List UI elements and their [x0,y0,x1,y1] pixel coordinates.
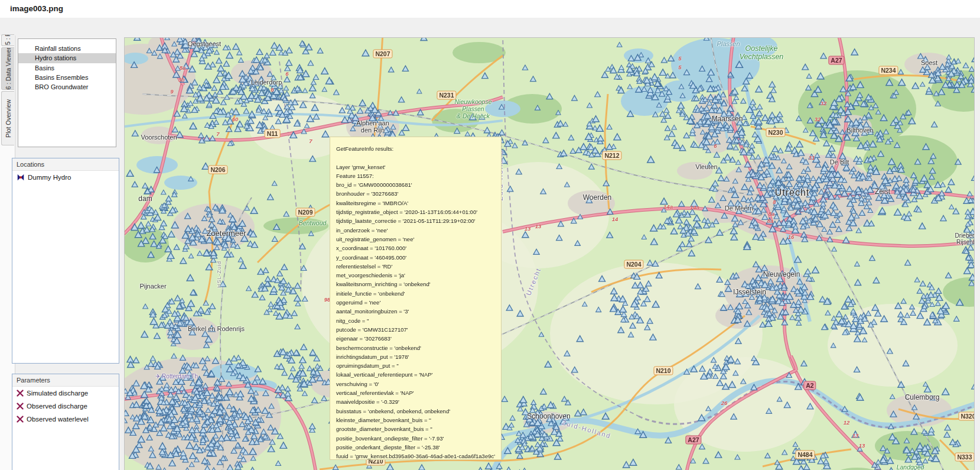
tooltip-line: opgeruimd = 'nee' [336,298,501,307]
tooltip-line: bro_id = 'GMW000000038681' [336,180,501,189]
tooltip-line: opruimingsdatum_put = '' [336,361,501,370]
exit-number: 60 [232,116,239,122]
parameters-header: Parameters [12,374,119,387]
exit-number: 9 [170,88,173,95]
exit-number: 8a [180,64,186,71]
tooltip-line: GetFeatureInfo results: [336,144,501,153]
parameters-panel: Parameters Simulated dischargeObserved d… [12,374,119,470]
station-group-item-rainfall-stations[interactable]: Rainfall stations [18,44,116,53]
location-item-label: Dummy Hydro [28,174,71,181]
road-badge-n11: N11 [265,129,281,138]
road-badge-n212: N212 [602,151,621,160]
tooltip-line: putcode = 'GMW31C127107' [336,325,501,334]
exit-number: 8a [767,218,774,224]
title-bar: image003.png [0,0,980,18]
road-badge-a27: A27 [828,56,844,65]
location-flag-icon [17,173,25,181]
exit-number: 13 [535,223,542,229]
tooltip-line: referentiestelsel = 'RD' [336,262,501,271]
road-badge-n204: N204 [624,260,643,269]
tooltip-line: tijdstip_registratie_object = '2020-11-1… [336,208,501,216]
locations-panel: Locations Dummy Hydro [12,158,119,364]
exit-number: 26 [721,400,728,406]
tooltip-line: initiele_functie = 'onbekend' [336,289,501,298]
station-marker[interactable] [134,38,141,40]
map-base-layer [125,38,975,470]
station-group-item-bro-groundwater[interactable]: BRO Groundwater [18,82,116,92]
tooltip-line: x_coordinaat = '101760.000' [336,244,501,252]
tooltip-line: maaiveldpositie = '-0.329' [336,397,501,406]
tooltip-line: positie_onderkant_diepste_filter = '-25.… [336,443,501,452]
x-marker-icon [17,390,24,397]
road-badge-n206: N206 [208,166,227,174]
station-marker[interactable] [704,38,709,40]
x-marker-icon [17,416,24,423]
tooltip-line: beschermconstructie = 'onbekend' [336,343,501,352]
station-group-list: Rainfall stationsHydro stationsBasinsBas… [18,38,116,147]
road-badge-n231: N231 [437,91,456,100]
tooltip-line: verschuiving = '0' [336,380,501,388]
window-title: image003.png [10,4,63,13]
exit-number: 7 [216,131,219,137]
parameter-item[interactable]: Simulated discharge [12,387,119,400]
x-marker-icon [17,403,24,410]
road-badge-a27: A27 [685,436,701,445]
road-badge-n209: N209 [295,208,315,217]
exit-number: 13 [852,432,859,439]
road-badge-n484: N484 [795,450,815,459]
exit-number: 14a [663,203,673,210]
getfeatureinfo-tooltip: GetFeatureInfo results: Layer 'gmw_kense… [330,137,502,460]
station-group-item-hydro-stations[interactable]: Hydro stations [18,53,116,63]
tab-data-viewer[interactable]: 6 : Data Viewer [1,47,14,90]
tooltip-line: kwaliteitsnorm_inrichting = 'onbekend' [336,280,501,289]
tooltip-line: y_coordinaat = '460495.000' [336,253,501,262]
parameter-item-label: Simulated discharge [27,390,88,397]
location-item[interactable]: Dummy Hydro [12,171,119,184]
exit-number: 14 [612,216,618,222]
tooltip-line: lokaal_verticaal_referentiepunt = 'NAP' [336,370,501,379]
tooltip-line: kleinste_diameter_bovenkant_buis = '' [336,416,501,424]
app-window: 5 : F 6 : Data Viewer Plot Overview Rain… [0,18,980,470]
parameter-item-label: Observed discharge [27,403,87,410]
exit-number: 8 [773,199,776,205]
exit-number: 8a [769,210,775,217]
tooltip-line: buisstatus = 'onbekend, onbekend, onbeke… [336,407,501,416]
exit-number: 16 [788,234,795,240]
locations-header: Locations [12,158,119,171]
station-marker[interactable] [974,65,975,70]
tooltip-line: verticaal_referentievlak = 'NAP' [336,388,501,397]
tooltip-line: tijdstip_laatste_correctie = '2021-05-11… [336,216,501,225]
exit-number: 7 [309,138,312,144]
road-badge-n207: N207 [373,50,392,59]
tooltip-line: bronhouder = '30276683' [336,189,501,198]
exit-number: 13 [859,442,865,449]
tooltip-line: inrichtingsdatum_put = '1978' [336,352,501,361]
tab-5[interactable]: 5 : F [1,34,14,46]
exit-number: 12 [844,419,850,426]
tab-plot-overview[interactable]: Plot Overview [1,91,14,145]
exit-number: 32 [821,100,827,106]
exit-number: 5 [678,55,681,61]
map-canvas[interactable]: OegstgeestLeiderdorpVoorschotenAlphen aa… [124,37,975,470]
parameter-item[interactable]: Observed waterlevel [12,413,119,426]
tooltip-line: met_voorgeschiedenis = 'ja' [336,271,501,280]
parameter-item[interactable]: Observed discharge [12,400,119,413]
exit-number: 6 [285,70,288,77]
station-marker[interactable] [421,38,427,41]
station-group-item-basins[interactable]: Basins [18,63,116,73]
station-group-item-basins-ensembles[interactable]: Basins Ensembles [18,73,116,82]
exit-number: 13 [525,225,531,232]
road-badge-a2: A2 [803,381,816,390]
tooltip-line: Layer 'gmw_kenset' [336,163,501,171]
road-badge-n333: N333 [955,453,974,462]
tooltip-line: in_onderzoek = 'nee' [336,226,501,235]
road-badge-n230: N230 [766,128,785,137]
tooltip-line: eigenaar = '30276683' [336,334,501,343]
tooltip-line: aantal_monitoringbuizen = '3' [336,307,501,316]
station-marker[interactable] [165,38,170,40]
road-badge-n234: N234 [878,66,898,75]
exit-number: 14a [690,204,699,210]
tooltip-line: positie_bovenkant_ondiepste_filter = '-7… [336,434,501,443]
tooltip-line: fuuid = 'gmw_kenset.bd395a90-36a6-46ad-a… [336,452,501,460]
tooltip-line: uit_registratie_genomen = 'nee' [336,235,501,244]
